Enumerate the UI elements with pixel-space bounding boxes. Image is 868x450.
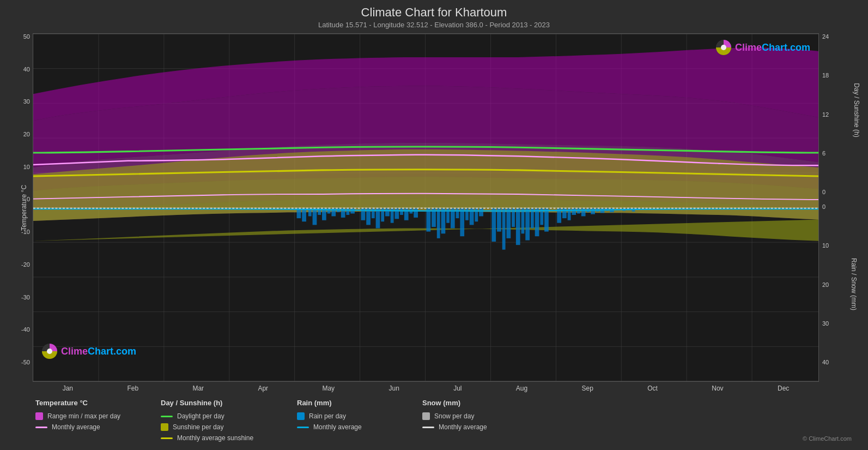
- svg-rect-39: [350, 208, 355, 214]
- y-tick-m40: -40: [11, 326, 30, 333]
- svg-rect-70: [521, 208, 525, 234]
- legend-rain-title: Rain (mm): [297, 399, 406, 407]
- legend-snow-label: Snow per day: [434, 412, 474, 420]
- logo-bottom-left: ClimeChart.com: [41, 343, 136, 359]
- y-right-sunshine-label: Day / Sunshine (h): [852, 83, 860, 137]
- legend-sunshine-label: Sunshine per day: [173, 423, 223, 431]
- legend-rain-label: Rain per day: [309, 412, 346, 420]
- legend-temp-avg: Monthly average: [35, 423, 144, 431]
- y-tick-m30: -30: [11, 294, 30, 301]
- y-tick-20: 20: [11, 131, 30, 137]
- y-right-18: 18: [822, 72, 857, 79]
- logo-icon-bottom: [41, 343, 58, 359]
- x-label-may: May: [322, 385, 335, 392]
- legend-temp-range: Range min / max per day: [35, 412, 144, 420]
- y-right-24: 24: [822, 33, 857, 40]
- svg-rect-63: [479, 208, 483, 217]
- legend-temp-range-swatch: [35, 412, 43, 420]
- subtitle: Latitude 15.571 - Longitude 32.512 - Ele…: [11, 21, 857, 29]
- x-axis: Jan Feb Mar Apr May Jun Jul Aug Sep Oct …: [35, 382, 816, 392]
- x-label-sep: Sep: [582, 385, 593, 392]
- legend-temp-range-label: Range min / max per day: [47, 412, 120, 420]
- chart-svg: [33, 34, 818, 381]
- legend-rain: Rain (mm) Rain per day Monthly average: [297, 399, 406, 442]
- x-label-dec: Dec: [778, 385, 789, 392]
- x-label-feb: Feb: [127, 385, 138, 392]
- svg-rect-71: [525, 208, 530, 241]
- svg-rect-38: [346, 208, 349, 215]
- y-axis-left-label: Temperature °C: [20, 184, 28, 230]
- legend-sunshine-title: Day / Sunshine (h): [161, 399, 281, 407]
- legend-daylight: Daylight per day: [161, 412, 281, 420]
- legend-sunshine-avg: Monthly average sunshine: [161, 434, 281, 442]
- logo-text-bottom: ClimeChart.com: [61, 346, 136, 357]
- svg-rect-67: [506, 208, 511, 238]
- legend-rain-per-day: Rain per day: [297, 412, 406, 420]
- legend-snow-avg-swatch: [422, 427, 434, 428]
- y-right-30: 30: [822, 320, 857, 327]
- legend-rain-swatch: [297, 412, 305, 420]
- svg-rect-31: [313, 208, 317, 225]
- svg-rect-42: [372, 208, 375, 218]
- y-tick-30: 30: [11, 98, 30, 105]
- y-tick-50: 50: [11, 33, 30, 40]
- page-container: Climate Chart for Khartoum Latitude 15.5…: [0, 0, 868, 450]
- svg-rect-47: [394, 208, 399, 219]
- y-axis-right: 24 18 12 6 0 0 10 20 30 40 Day / Sunshin…: [819, 33, 857, 382]
- legend-sunshine-avg-label: Monthly average sunshine: [177, 434, 253, 442]
- y-right-40: 40: [822, 359, 857, 365]
- main-title: Climate Chart for Khartoum: [11, 5, 857, 20]
- svg-rect-81: [581, 208, 586, 217]
- y-axis-left: Temperature °C 50 40 30 20 10 0 -10 -20 …: [11, 33, 33, 382]
- svg-rect-64: [491, 208, 496, 242]
- copyright-text: © ClimeChart.com: [803, 435, 852, 442]
- logo-text-top: ClimeChart.com: [735, 42, 810, 53]
- x-label-aug: Aug: [516, 385, 527, 392]
- svg-rect-66: [502, 208, 506, 250]
- chart-canvas: ClimeChart.com ClimeChart.com: [33, 33, 819, 382]
- y-right-0b: 0: [822, 203, 857, 210]
- legend-snow: Snow (mm) Snow per day Monthly average: [422, 399, 531, 442]
- svg-rect-49: [404, 208, 409, 220]
- legend-daylight-swatch: [161, 416, 173, 417]
- legend-snow-swatch: [422, 412, 430, 420]
- x-label-jan: Jan: [63, 385, 73, 392]
- title-area: Climate Chart for Khartoum Latitude 15.5…: [11, 5, 857, 29]
- chart-area: Temperature °C 50 40 30 20 10 0 -10 -20 …: [11, 33, 857, 382]
- logo-icon-top: [715, 39, 732, 56]
- svg-rect-65: [497, 208, 501, 232]
- x-label-jun: Jun: [389, 385, 399, 392]
- logo-top-right: ClimeChart.com: [715, 39, 810, 56]
- legend-sunshine-avg-swatch: [161, 437, 173, 439]
- svg-point-1: [721, 45, 726, 50]
- svg-rect-45: [385, 208, 390, 217]
- y-right-0a: 0: [822, 189, 857, 195]
- svg-rect-29: [302, 208, 306, 222]
- svg-rect-43: [376, 208, 380, 229]
- svg-rect-60: [465, 208, 469, 220]
- y-tick-m50: -50: [11, 359, 30, 365]
- copyright-area: © ClimeChart.com: [548, 399, 857, 442]
- svg-rect-79: [572, 208, 576, 215]
- y-right-10: 10: [822, 242, 857, 249]
- y-right-6: 6: [822, 150, 857, 157]
- svg-point-3: [47, 349, 52, 354]
- svg-rect-54: [437, 208, 440, 238]
- legend-sunshine-swatch: [161, 423, 168, 431]
- svg-rect-58: [456, 208, 459, 218]
- legend-temp-title: Temperature °C: [35, 399, 144, 407]
- svg-rect-83: [591, 208, 595, 214]
- y-tick-40: 40: [11, 66, 30, 73]
- svg-rect-73: [535, 208, 539, 236]
- y-tick-m20: -20: [11, 261, 30, 268]
- legend-rain-avg: Monthly average: [297, 423, 406, 431]
- legend-area: Temperature °C Range min / max per day M…: [35, 399, 857, 445]
- legend-temp-avg-label: Monthly average: [52, 423, 100, 431]
- legend-temp-avg-swatch: [35, 427, 47, 428]
- y-tick-10: 10: [11, 164, 30, 170]
- legend-daylight-label: Daylight per day: [177, 412, 224, 420]
- legend-sunshine: Day / Sunshine (h) Daylight per day Suns…: [161, 399, 281, 442]
- legend-snow-avg-label: Monthly average: [439, 423, 487, 431]
- x-label-jul: Jul: [453, 385, 462, 392]
- svg-rect-52: [426, 208, 430, 232]
